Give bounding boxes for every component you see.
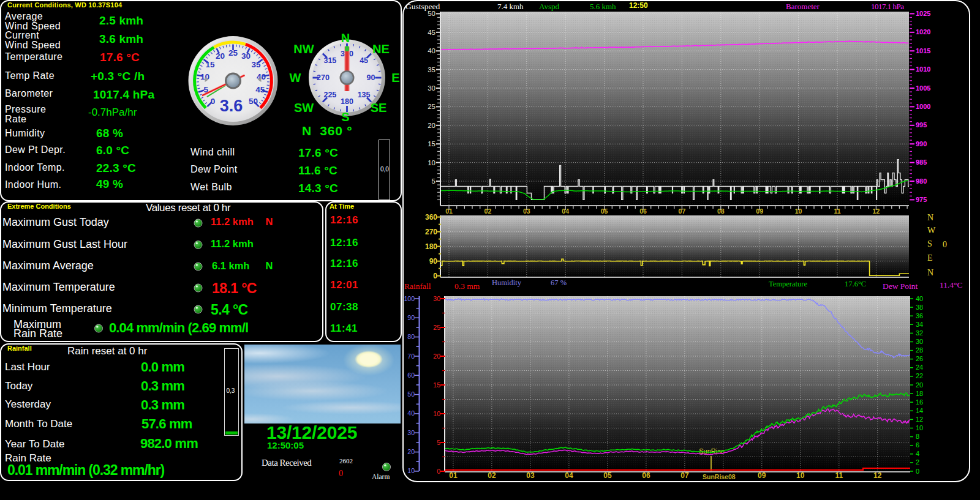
svg-text:Humidity: Humidity [492,278,522,287]
svg-text:09: 09 [756,207,763,215]
svg-text:30: 30 [407,429,415,436]
svg-text:1000: 1000 [916,103,930,110]
svg-text:40: 40 [916,295,923,302]
svg-text:Avspd: Avspd [539,2,559,11]
svg-text:W: W [927,226,936,235]
svg-text:0: 0 [433,272,437,280]
svg-text:W: W [290,71,301,84]
svg-text:06: 06 [639,207,647,215]
svg-text:22: 22 [916,372,923,379]
svg-text:N: N [927,268,933,277]
svg-text:34: 34 [916,321,923,328]
svg-text:04: 04 [565,471,573,480]
svg-text:SW: SW [294,101,314,114]
svg-text:270: 270 [317,73,330,82]
svg-text:70: 70 [407,353,415,360]
svg-text:10: 10 [796,471,805,480]
svg-text:90: 90 [429,257,438,266]
svg-text:11: 11 [834,207,840,215]
svg-text:20: 20 [407,448,415,455]
svg-text:16: 16 [916,398,923,406]
svg-text:03: 03 [523,207,530,215]
svg-text:90: 90 [407,314,415,321]
svg-text:NE: NE [372,42,390,56]
svg-text:3.6: 3.6 [220,97,243,115]
svg-text:15: 15 [205,60,215,69]
svg-text:S: S [341,110,349,124]
svg-text:36: 36 [916,312,923,319]
svg-text:26: 26 [916,355,923,362]
svg-text:N: N [927,213,933,222]
svg-text:50: 50 [249,97,258,106]
svg-text:0: 0 [437,468,440,475]
svg-text:SE: SE [371,101,387,114]
svg-text:12:50: 12:50 [629,1,648,10]
svg-text:6: 6 [916,441,919,449]
svg-text:225: 225 [323,91,336,99]
svg-text:18: 18 [916,390,923,397]
svg-text:15: 15 [433,381,440,389]
svg-text:04: 04 [562,207,569,215]
svg-text:01: 01 [449,471,458,480]
svg-text:03: 03 [526,471,535,480]
svg-text:30: 30 [241,51,251,61]
svg-text:25: 25 [428,103,435,110]
svg-text:35: 35 [428,66,435,73]
svg-text:17.6°C: 17.6°C [845,280,866,288]
svg-text:0.3 mm: 0.3 mm [454,282,480,291]
svg-text:270: 270 [425,228,437,236]
svg-text:10: 10 [428,159,435,166]
svg-text:90: 90 [367,73,375,82]
svg-text:45: 45 [428,29,435,36]
svg-text:8: 8 [916,433,919,440]
svg-text:24: 24 [916,364,923,371]
svg-text:60: 60 [407,371,415,379]
svg-text:10: 10 [916,424,923,431]
svg-text:35: 35 [252,60,262,69]
svg-text:11: 11 [835,471,843,480]
svg-text:40: 40 [428,47,435,54]
svg-text:09: 09 [758,471,766,480]
svg-text:30: 30 [428,84,435,92]
svg-text:180: 180 [425,242,437,251]
svg-text:45: 45 [255,85,265,94]
svg-text:40: 40 [407,409,415,417]
svg-text:12: 12 [873,471,882,480]
svg-text:995: 995 [916,121,927,129]
svg-text:Temperature: Temperature [769,280,807,288]
svg-text:2: 2 [916,458,919,466]
svg-text:1015: 1015 [916,47,930,54]
svg-text:315: 315 [323,56,336,65]
svg-text:08: 08 [717,207,725,215]
svg-text:5: 5 [437,439,440,446]
svg-text:25: 25 [433,324,440,331]
svg-text:Rainfall: Rainfall [404,282,431,291]
svg-text:05: 05 [601,207,608,215]
svg-text:10: 10 [407,467,415,474]
svg-text:50: 50 [428,10,435,17]
svg-text:360: 360 [425,213,437,222]
svg-text:5.6 kmh: 5.6 kmh [590,2,616,11]
svg-text:SunRise08: SunRise08 [703,473,736,480]
svg-text:12: 12 [916,416,923,423]
svg-text:15: 15 [428,140,435,147]
svg-text:0: 0 [211,97,216,106]
svg-text:0: 0 [943,240,947,249]
svg-text:67 %: 67 % [551,278,567,287]
svg-text:38: 38 [916,304,923,311]
svg-text:985: 985 [916,159,927,166]
svg-text:S: S [927,239,932,248]
svg-text:0: 0 [916,468,919,475]
svg-text:07: 07 [679,207,686,215]
svg-text:30: 30 [916,338,923,345]
svg-text:28: 28 [916,346,923,354]
svg-text:10: 10 [795,207,802,215]
svg-text:02: 02 [484,207,492,215]
svg-text:E: E [927,253,933,263]
svg-text:Gustspeed: Gustspeed [405,2,440,11]
svg-text:100: 100 [404,295,415,302]
svg-text:980: 980 [916,177,927,185]
svg-text:14: 14 [916,407,923,414]
svg-text:20: 20 [433,353,440,360]
svg-text:11.4°C: 11.4°C [940,280,963,289]
